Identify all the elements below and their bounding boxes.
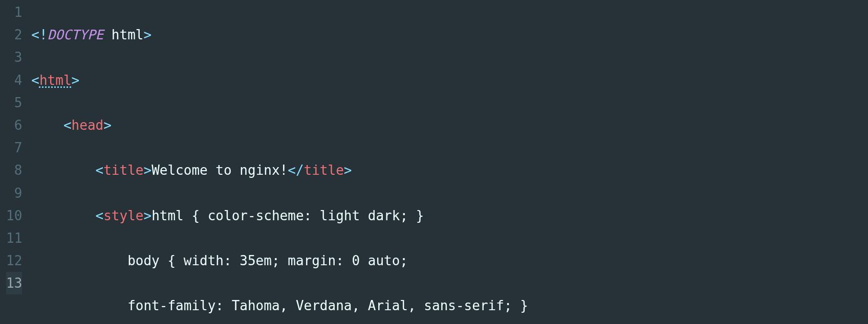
- indent: [31, 253, 127, 268]
- line-number: 2: [6, 24, 22, 46]
- tag-name: style: [103, 208, 143, 223]
- doctype-text: html: [112, 27, 144, 42]
- tag-name: title: [103, 163, 143, 178]
- indent: [31, 163, 95, 178]
- code-line[interactable]: font-family: Tahoma, Verdana, Arial, san…: [31, 294, 868, 317]
- line-number: 8: [6, 159, 22, 181]
- line-number: 7: [6, 136, 22, 159]
- indent: [31, 208, 95, 223]
- punct: <: [63, 118, 72, 133]
- code-line[interactable]: <head>: [31, 114, 868, 136]
- code-line[interactable]: body { width: 35em; margin: 0 auto;: [31, 249, 868, 272]
- doctype-keyword: DOCTYPE: [48, 27, 104, 42]
- code-area[interactable]: <!DOCTYPE html> <html> <head> <title>Wel…: [31, 0, 868, 324]
- line-number: 12: [6, 249, 22, 272]
- line-number: 1: [6, 1, 22, 24]
- line-number: 3: [6, 46, 22, 68]
- punct: >: [72, 73, 80, 88]
- line-number: 9: [6, 182, 22, 204]
- punct: <: [96, 163, 104, 178]
- punct: >: [344, 163, 352, 178]
- line-number: 6: [6, 114, 22, 136]
- line-number: 5: [6, 91, 22, 114]
- punct: >: [143, 163, 151, 178]
- line-number: 4: [6, 69, 22, 91]
- code-editor[interactable]: 1 2 3 4 5 6 7 8 9 10 11 12 13 <!DOCTYPE …: [0, 0, 868, 324]
- doctype-text: [103, 27, 112, 42]
- punct: </: [288, 163, 303, 178]
- punct: <: [31, 73, 39, 88]
- tag-name: head: [72, 118, 104, 133]
- css-text: font-family: Tahoma, Verdana, Arial, san…: [127, 298, 528, 313]
- tag-name: html: [39, 73, 72, 88]
- punct: <: [96, 208, 104, 223]
- text-content: Welcome to nginx!: [151, 163, 288, 178]
- punct: <!: [31, 27, 47, 42]
- punct: >: [143, 27, 151, 42]
- line-number-current: 13: [6, 272, 22, 294]
- indent: [31, 118, 63, 133]
- indent: [31, 298, 127, 313]
- css-text: html { color-scheme: light dark; }: [151, 208, 424, 223]
- tag-name: title: [304, 163, 344, 178]
- line-number: 10: [6, 204, 22, 227]
- code-line[interactable]: <title>Welcome to nginx!</title>: [31, 159, 868, 181]
- line-number-gutter: 1 2 3 4 5 6 7 8 9 10 11 12 13: [0, 0, 31, 324]
- css-text: body { width: 35em; margin: 0 auto;: [127, 253, 408, 268]
- line-number: 11: [6, 227, 22, 249]
- punct: >: [103, 118, 112, 133]
- code-line[interactable]: <!DOCTYPE html>: [31, 24, 868, 46]
- code-line[interactable]: <html>: [31, 69, 868, 91]
- punct: >: [143, 208, 151, 223]
- code-line[interactable]: <style>html { color-scheme: light dark; …: [31, 204, 868, 227]
